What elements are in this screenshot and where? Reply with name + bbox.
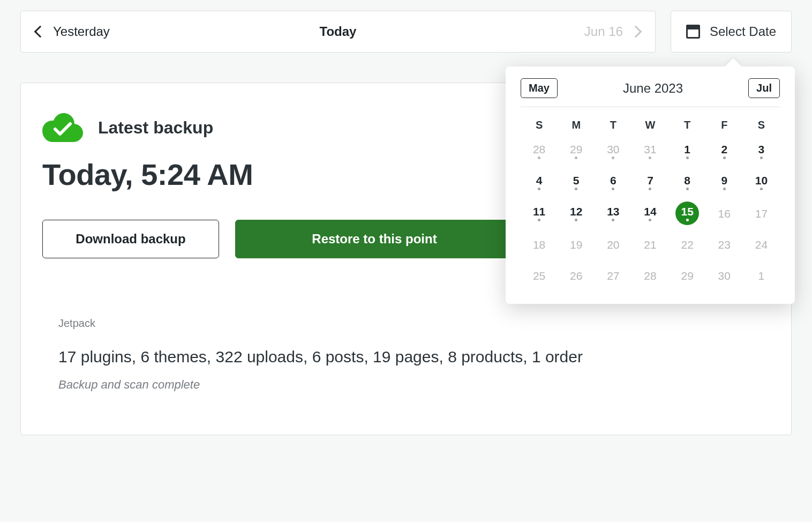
calendar-day: 1 — [743, 262, 780, 289]
calendar-month-title: June 2023 — [623, 81, 683, 96]
cloud-check-icon — [42, 113, 83, 142]
calendar-day[interactable]: 12 — [558, 200, 595, 227]
date-nav: Yesterday Today Jun 16 — [20, 11, 656, 53]
calendar-day[interactable]: 10 — [743, 169, 780, 196]
calendar-dow: T — [669, 114, 706, 135]
date-topbar: Yesterday Today Jun 16 Select Date — [20, 11, 792, 53]
calendar-day: 17 — [743, 200, 780, 227]
site-name: Jetpack — [42, 317, 770, 330]
calendar-day: 24 — [743, 231, 780, 258]
calendar-day[interactable]: 28 — [521, 138, 558, 165]
calendar-day: 25 — [521, 262, 558, 289]
calendar-day: 18 — [521, 231, 558, 258]
next-month-label: Jul — [756, 82, 772, 94]
prev-month-button[interactable]: May — [521, 78, 558, 98]
restore-button[interactable]: Restore to this point — [235, 220, 514, 258]
calendar-day: 29 — [669, 262, 706, 289]
calendar-day[interactable]: 4 — [521, 169, 558, 196]
latest-backup-label: Latest backup — [98, 118, 213, 138]
calendar-day[interactable]: 7 — [631, 169, 668, 196]
calendar-dow: S — [521, 114, 558, 135]
prev-month-label: May — [529, 82, 550, 94]
chevron-right-icon — [630, 26, 642, 38]
calendar-day[interactable]: 6 — [595, 169, 631, 196]
nav-current-label: Today — [320, 24, 357, 39]
calendar-dow: W — [631, 114, 668, 135]
calendar-day: 21 — [631, 231, 668, 258]
calendar-day[interactable]: 31 — [631, 138, 668, 165]
backup-status: Backup and scan complete — [42, 378, 770, 392]
calendar-day: 28 — [631, 262, 668, 289]
restore-label: Restore to this point — [312, 232, 437, 247]
calendar-day[interactable]: 2 — [706, 138, 743, 165]
backup-summary: 17 plugins, 6 themes, 322 uploads, 6 pos… — [42, 348, 770, 366]
calendar-day: 19 — [558, 231, 595, 258]
calendar-day: 26 — [558, 262, 595, 289]
calendar-day[interactable]: 14 — [631, 200, 668, 227]
calendar-day: 20 — [595, 231, 631, 258]
calendar-day[interactable]: 1 — [669, 138, 706, 165]
calendar-day[interactable]: 3 — [743, 138, 780, 165]
select-date-label: Select Date — [710, 24, 776, 39]
nav-prev-label: Yesterday — [53, 24, 110, 39]
calendar-day: 23 — [706, 231, 743, 258]
select-date-button[interactable]: Select Date — [671, 11, 792, 53]
calendar-dow: S — [743, 114, 780, 135]
calendar-day[interactable]: 9 — [706, 169, 743, 196]
calendar-day: 30 — [706, 262, 743, 289]
chevron-left-icon — [34, 26, 47, 38]
calendar-icon — [686, 25, 700, 39]
calendar-day[interactable]: 13 — [595, 200, 631, 227]
calendar-dow: F — [706, 114, 743, 135]
calendar-day[interactable]: 5 — [558, 169, 595, 196]
next-month-button[interactable]: Jul — [748, 78, 780, 98]
calendar-day[interactable]: 11 — [521, 200, 558, 227]
calendar-popover: May June 2023 Jul SMTWTFS 28293031123456… — [506, 66, 795, 304]
calendar-day[interactable]: 8 — [669, 169, 706, 196]
nav-prev[interactable]: Yesterday — [36, 24, 237, 39]
calendar-day: 27 — [595, 262, 631, 289]
calendar-day[interactable]: 15 — [669, 200, 706, 227]
calendar-dow: T — [595, 114, 631, 135]
calendar-day[interactable]: 29 — [558, 138, 595, 165]
nav-next: Jun 16 — [439, 24, 640, 39]
nav-next-label: Jun 16 — [584, 24, 623, 39]
calendar-day: 22 — [669, 231, 706, 258]
download-backup-label: Download backup — [76, 232, 185, 247]
download-backup-button[interactable]: Download backup — [42, 220, 219, 258]
calendar-day: 16 — [706, 200, 743, 227]
calendar-dow: M — [558, 114, 595, 135]
nav-current[interactable]: Today — [237, 24, 439, 39]
calendar-day[interactable]: 30 — [595, 138, 631, 165]
